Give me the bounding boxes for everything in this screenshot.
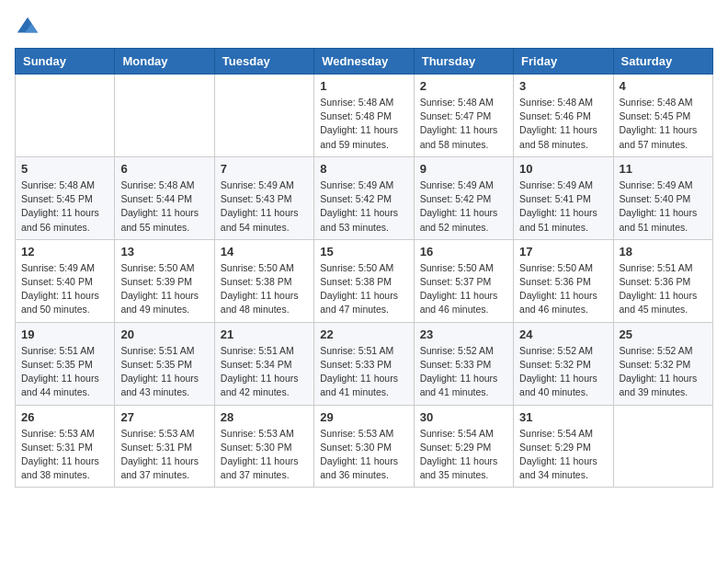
day-info: Sunrise: 5:49 AM Sunset: 5:40 PM Dayligh… bbox=[21, 261, 108, 317]
day-info: Sunrise: 5:53 AM Sunset: 5:31 PM Dayligh… bbox=[21, 427, 108, 483]
day-number: 22 bbox=[320, 327, 407, 341]
calendar-cell: 19Sunrise: 5:51 AM Sunset: 5:35 PM Dayli… bbox=[16, 322, 115, 405]
calendar-week-row: 1Sunrise: 5:48 AM Sunset: 5:48 PM Daylig… bbox=[16, 75, 713, 157]
day-info: Sunrise: 5:50 AM Sunset: 5:39 PM Dayligh… bbox=[120, 261, 208, 317]
calendar-cell: 8Sunrise: 5:49 AM Sunset: 5:42 PM Daylig… bbox=[314, 156, 414, 239]
calendar-cell: 7Sunrise: 5:49 AM Sunset: 5:43 PM Daylig… bbox=[214, 156, 313, 239]
calendar-cell: 28Sunrise: 5:53 AM Sunset: 5:30 PM Dayli… bbox=[214, 405, 313, 488]
day-number: 9 bbox=[420, 162, 507, 176]
day-info: Sunrise: 5:48 AM Sunset: 5:45 PM Dayligh… bbox=[620, 96, 707, 152]
calendar-cell bbox=[16, 75, 115, 157]
day-info: Sunrise: 5:53 AM Sunset: 5:31 PM Dayligh… bbox=[120, 427, 208, 483]
day-info: Sunrise: 5:48 AM Sunset: 5:46 PM Dayligh… bbox=[519, 96, 607, 152]
day-info: Sunrise: 5:51 AM Sunset: 5:36 PM Dayligh… bbox=[620, 261, 707, 317]
day-number: 14 bbox=[221, 245, 308, 259]
day-number: 29 bbox=[320, 410, 407, 424]
logo bbox=[15, 15, 44, 40]
column-header-monday: Monday bbox=[115, 49, 214, 75]
calendar-cell: 12Sunrise: 5:49 AM Sunset: 5:40 PM Dayli… bbox=[16, 239, 115, 322]
calendar-cell: 3Sunrise: 5:48 AM Sunset: 5:46 PM Daylig… bbox=[514, 75, 613, 157]
day-number: 3 bbox=[519, 79, 607, 93]
calendar-cell: 23Sunrise: 5:52 AM Sunset: 5:33 PM Dayli… bbox=[414, 322, 513, 405]
calendar-cell: 6Sunrise: 5:48 AM Sunset: 5:44 PM Daylig… bbox=[115, 156, 214, 239]
day-info: Sunrise: 5:48 AM Sunset: 5:48 PM Dayligh… bbox=[320, 96, 407, 152]
day-number: 16 bbox=[420, 245, 507, 259]
column-header-wednesday: Wednesday bbox=[314, 49, 414, 75]
calendar-cell: 14Sunrise: 5:50 AM Sunset: 5:38 PM Dayli… bbox=[214, 239, 313, 322]
calendar-cell: 31Sunrise: 5:54 AM Sunset: 5:29 PM Dayli… bbox=[514, 405, 613, 488]
calendar-cell: 25Sunrise: 5:52 AM Sunset: 5:32 PM Dayli… bbox=[613, 322, 712, 405]
day-number: 21 bbox=[221, 327, 308, 341]
day-number: 4 bbox=[620, 79, 707, 93]
calendar-cell: 17Sunrise: 5:50 AM Sunset: 5:36 PM Dayli… bbox=[514, 239, 613, 322]
calendar-cell: 1Sunrise: 5:48 AM Sunset: 5:48 PM Daylig… bbox=[314, 75, 414, 157]
day-info: Sunrise: 5:53 AM Sunset: 5:30 PM Dayligh… bbox=[221, 427, 308, 483]
day-number: 2 bbox=[420, 79, 507, 93]
calendar-cell: 27Sunrise: 5:53 AM Sunset: 5:31 PM Dayli… bbox=[115, 405, 214, 488]
calendar-cell: 5Sunrise: 5:48 AM Sunset: 5:45 PM Daylig… bbox=[16, 156, 115, 239]
day-info: Sunrise: 5:48 AM Sunset: 5:47 PM Dayligh… bbox=[420, 96, 507, 152]
calendar-cell bbox=[214, 75, 313, 157]
day-number: 27 bbox=[120, 410, 208, 424]
calendar-cell: 4Sunrise: 5:48 AM Sunset: 5:45 PM Daylig… bbox=[613, 75, 712, 157]
column-header-thursday: Thursday bbox=[414, 49, 513, 75]
calendar-cell: 11Sunrise: 5:49 AM Sunset: 5:40 PM Dayli… bbox=[613, 156, 712, 239]
column-header-sunday: Sunday bbox=[16, 49, 115, 75]
day-number: 11 bbox=[620, 162, 707, 176]
day-info: Sunrise: 5:49 AM Sunset: 5:41 PM Dayligh… bbox=[519, 178, 607, 235]
day-info: Sunrise: 5:52 AM Sunset: 5:32 PM Dayligh… bbox=[519, 344, 607, 400]
day-info: Sunrise: 5:49 AM Sunset: 5:42 PM Dayligh… bbox=[320, 178, 407, 235]
calendar-header-row: SundayMondayTuesdayWednesdayThursdayFrid… bbox=[16, 49, 713, 75]
day-number: 6 bbox=[120, 162, 208, 176]
calendar-cell: 15Sunrise: 5:50 AM Sunset: 5:38 PM Dayli… bbox=[314, 239, 414, 322]
day-number: 26 bbox=[21, 410, 108, 424]
day-number: 5 bbox=[21, 162, 108, 176]
day-info: Sunrise: 5:50 AM Sunset: 5:36 PM Dayligh… bbox=[519, 261, 607, 317]
day-number: 7 bbox=[221, 162, 308, 176]
calendar-cell: 9Sunrise: 5:49 AM Sunset: 5:42 PM Daylig… bbox=[414, 156, 513, 239]
day-info: Sunrise: 5:49 AM Sunset: 5:43 PM Dayligh… bbox=[221, 178, 308, 235]
day-info: Sunrise: 5:48 AM Sunset: 5:44 PM Dayligh… bbox=[120, 178, 208, 235]
day-number: 18 bbox=[620, 245, 707, 259]
calendar-cell: 20Sunrise: 5:51 AM Sunset: 5:35 PM Dayli… bbox=[115, 322, 214, 405]
calendar-week-row: 26Sunrise: 5:53 AM Sunset: 5:31 PM Dayli… bbox=[16, 405, 713, 488]
calendar-cell: 2Sunrise: 5:48 AM Sunset: 5:47 PM Daylig… bbox=[414, 75, 513, 157]
calendar-cell: 16Sunrise: 5:50 AM Sunset: 5:37 PM Dayli… bbox=[414, 239, 513, 322]
calendar-cell bbox=[613, 405, 712, 488]
day-number: 19 bbox=[21, 327, 108, 341]
calendar-cell: 10Sunrise: 5:49 AM Sunset: 5:41 PM Dayli… bbox=[514, 156, 613, 239]
column-header-friday: Friday bbox=[514, 49, 613, 75]
day-number: 17 bbox=[519, 245, 607, 259]
calendar-cell: 13Sunrise: 5:50 AM Sunset: 5:39 PM Dayli… bbox=[115, 239, 214, 322]
calendar-cell: 26Sunrise: 5:53 AM Sunset: 5:31 PM Dayli… bbox=[16, 405, 115, 488]
day-info: Sunrise: 5:54 AM Sunset: 5:29 PM Dayligh… bbox=[420, 427, 507, 483]
page-header bbox=[15, 15, 713, 40]
day-info: Sunrise: 5:52 AM Sunset: 5:33 PM Dayligh… bbox=[420, 344, 507, 400]
day-number: 23 bbox=[420, 327, 507, 341]
day-number: 13 bbox=[120, 245, 208, 259]
calendar-cell: 21Sunrise: 5:51 AM Sunset: 5:34 PM Dayli… bbox=[214, 322, 313, 405]
day-number: 8 bbox=[320, 162, 407, 176]
day-info: Sunrise: 5:52 AM Sunset: 5:32 PM Dayligh… bbox=[620, 344, 707, 400]
calendar-week-row: 12Sunrise: 5:49 AM Sunset: 5:40 PM Dayli… bbox=[16, 239, 713, 322]
calendar-cell: 18Sunrise: 5:51 AM Sunset: 5:36 PM Dayli… bbox=[613, 239, 712, 322]
day-number: 20 bbox=[120, 327, 208, 341]
day-number: 24 bbox=[519, 327, 607, 341]
day-info: Sunrise: 5:48 AM Sunset: 5:45 PM Dayligh… bbox=[21, 178, 108, 235]
day-number: 25 bbox=[620, 327, 707, 341]
day-info: Sunrise: 5:50 AM Sunset: 5:37 PM Dayligh… bbox=[420, 261, 507, 317]
day-number: 1 bbox=[320, 79, 407, 93]
calendar-cell bbox=[115, 75, 214, 157]
day-info: Sunrise: 5:51 AM Sunset: 5:35 PM Dayligh… bbox=[120, 344, 208, 400]
day-number: 31 bbox=[519, 410, 607, 424]
day-info: Sunrise: 5:50 AM Sunset: 5:38 PM Dayligh… bbox=[221, 261, 308, 317]
day-number: 15 bbox=[320, 245, 407, 259]
calendar-cell: 29Sunrise: 5:53 AM Sunset: 5:30 PM Dayli… bbox=[314, 405, 414, 488]
column-header-tuesday: Tuesday bbox=[214, 49, 313, 75]
day-info: Sunrise: 5:53 AM Sunset: 5:30 PM Dayligh… bbox=[320, 427, 407, 483]
day-number: 10 bbox=[519, 162, 607, 176]
calendar-cell: 24Sunrise: 5:52 AM Sunset: 5:32 PM Dayli… bbox=[514, 322, 613, 405]
day-number: 30 bbox=[420, 410, 507, 424]
calendar-week-row: 5Sunrise: 5:48 AM Sunset: 5:45 PM Daylig… bbox=[16, 156, 713, 239]
day-info: Sunrise: 5:51 AM Sunset: 5:33 PM Dayligh… bbox=[320, 344, 407, 400]
